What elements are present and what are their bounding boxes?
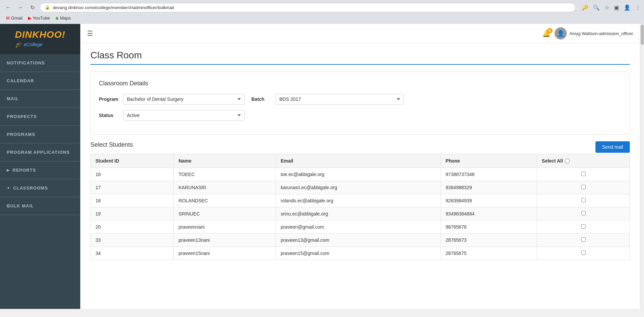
cell-name: ROLANDSEC — [174, 194, 276, 207]
students-table: Student ID Name Email Phone Select All — [90, 154, 630, 260]
classroom-details-card: Classroom Details Program Bachelor of De… — [90, 71, 630, 135]
cell-name: KARUNASRI — [174, 181, 276, 194]
row-checkbox[interactable] — [581, 224, 586, 229]
cell-email: praveen15@gmail.com — [276, 247, 441, 260]
cell-id: 16 — [91, 168, 174, 181]
hamburger-icon[interactable]: ☰ — [87, 30, 93, 37]
card-title: Classroom Details — [99, 80, 621, 87]
sidebar-item-reports[interactable]: ▶ REPORTS — [0, 162, 80, 179]
scrollbar[interactable] — [640, 24, 644, 309]
status-select[interactable]: Active — [123, 110, 245, 121]
bookmark-maps[interactable]: ◆ Maps — [55, 16, 71, 21]
cell-phone: 28765675 — [441, 247, 537, 260]
col-header-select-all: Select All — [537, 154, 630, 168]
page-body: Class Room Classroom Details Program Bac… — [80, 43, 640, 309]
batch-select[interactable]: BDS 2017 — [276, 94, 404, 105]
cell-id: 17 — [91, 181, 174, 194]
bookmark-gmail[interactable]: M Gmail — [6, 16, 23, 21]
menu-icon[interactable]: ⋮ — [635, 4, 641, 11]
table-row: 34 praveen15nani praveen15@gmail.com 287… — [91, 247, 630, 260]
row-checkbox[interactable] — [581, 237, 586, 242]
search-icon[interactable]: 🔍 — [593, 4, 600, 11]
cell-name: praveennani — [174, 221, 276, 234]
cell-phone: 97388737348 — [441, 168, 537, 181]
row-checkbox[interactable] — [581, 211, 586, 215]
cell-email: praveen@gmail.com — [276, 221, 441, 234]
program-label: Program — [99, 96, 119, 102]
bookmark-youtube[interactable]: ▶ YouTube — [28, 16, 50, 21]
cell-phone: 93498384884 — [441, 207, 537, 221]
table-row: 17 KARUNASRI karunasri.ec@abbigale.org 9… — [91, 181, 630, 194]
back-button[interactable]: ← — [3, 3, 13, 12]
select-all-checkbox[interactable] — [565, 159, 569, 163]
form-group-batch: Batch BDS 2017 — [251, 94, 404, 105]
classrooms-chevron-icon: ▼ — [7, 186, 10, 190]
address-bar[interactable]: 🔒 devang.dinkhoo.com/ecollege/member/#/a… — [40, 3, 576, 12]
cell-name: praveen15nani — [174, 247, 276, 260]
cell-phone: 9283984939 — [441, 194, 537, 207]
form-group-program: Program Bachelor of Dental Surgery — [99, 94, 245, 105]
logo-text: DINKHOO! — [15, 30, 65, 39]
browser-chrome: ← → ↻ 🔒 devang.dinkhoo.com/ecollege/memb… — [0, 0, 644, 24]
row-checkbox[interactable] — [581, 198, 586, 202]
calendar-label: CALENDAR — [7, 78, 34, 83]
cell-select — [537, 234, 630, 247]
security-icon: 🔒 — [45, 5, 50, 10]
bookmarks-bar: M Gmail ▶ YouTube ◆ Maps — [3, 14, 641, 22]
sidebar-item-classrooms[interactable]: ▼ CLASSROOMS — [0, 179, 80, 197]
password-icon[interactable]: 🔑 — [582, 4, 588, 11]
table-row: 18 ROLANDSEC rolands.ec@abbigale.org 928… — [91, 194, 630, 207]
classrooms-label: CLASSROOMS — [13, 185, 48, 191]
cell-select — [537, 168, 630, 181]
cell-select — [537, 181, 630, 194]
form-row-program-batch: Program Bachelor of Dental Surgery Batch… — [99, 94, 621, 105]
table-row: 19 SRINUEC srinu.ec@abbigale.org 9349838… — [91, 207, 630, 221]
cell-name: praveen13nani — [174, 234, 276, 247]
top-bar-right: 🔔 0 👤 Amyg Wattson-admission_officer — [542, 27, 633, 39]
sidebar-item-prospects[interactable]: PROSPECTS — [0, 108, 80, 125]
cell-email: toe.ec@abbigale.org — [276, 168, 441, 181]
send-mail-button[interactable]: Send mail — [595, 141, 630, 153]
cell-name: SRINUEC — [174, 207, 276, 221]
cell-phone: 28765673 — [441, 234, 537, 247]
notification-bell[interactable]: 🔔 0 — [542, 29, 551, 37]
bookmark-icon[interactable]: ☆ — [605, 4, 609, 11]
cell-email: srinu.ec@abbigale.org — [276, 207, 441, 221]
programs-label: PROGRAMS — [7, 132, 35, 137]
sidebar-item-mail[interactable]: MAIL — [0, 90, 80, 108]
table-row: 20 praveennani praveen@gmail.com 9876567… — [91, 221, 630, 234]
cell-id: 33 — [91, 234, 174, 247]
scrollbar-thumb[interactable] — [641, 25, 644, 45]
row-checkbox[interactable] — [581, 172, 586, 176]
students-tbody: 16 TOEEC toe.ec@abbigale.org 97388737348… — [91, 168, 630, 260]
cell-email: karunasri.ec@abbigale.org — [276, 181, 441, 194]
cell-id: 18 — [91, 194, 174, 207]
program-select[interactable]: Bachelor of Dental Surgery — [123, 94, 245, 105]
cell-id: 19 — [91, 207, 174, 221]
sidebar-item-program-applications[interactable]: PROGRAM APPLICATIONS — [0, 144, 80, 161]
sidebar-item-bulk-mail[interactable]: BULK MAIL — [0, 197, 80, 215]
row-checkbox[interactable] — [581, 185, 586, 189]
sidebar: DINKHOO! 🎓 eCollege NOTIFICATIONS CALEND… — [0, 24, 80, 309]
row-checkbox[interactable] — [581, 251, 586, 255]
split-view-icon[interactable]: ▣ — [614, 4, 619, 11]
table-row: 33 praveen13nani praveen13@gmail.com 287… — [91, 234, 630, 247]
select-all-label: Select All — [542, 158, 563, 164]
profile-icon[interactable]: 👤 — [624, 4, 631, 11]
forward-button[interactable]: → — [16, 3, 25, 12]
sidebar-item-notifications[interactable]: NOTIFICATIONS — [0, 54, 80, 72]
table-row: 16 TOEEC toe.ec@abbigale.org 97388737348 — [91, 168, 630, 181]
mail-label: MAIL — [7, 96, 19, 101]
sidebar-item-calendar[interactable]: CALENDAR — [0, 72, 80, 90]
user-info[interactable]: 👤 Amyg Wattson-admission_officer — [555, 27, 633, 39]
user-name: Amyg Wattson-admission_officer — [569, 31, 633, 36]
reload-button[interactable]: ↻ — [28, 3, 37, 12]
prospects-label: PROSPECTS — [7, 114, 37, 119]
sidebar-item-programs[interactable]: PROGRAMS — [0, 126, 80, 143]
form-row-status: Status Active — [99, 110, 621, 121]
cell-select — [537, 207, 630, 221]
program-applications-label: PROGRAM APPLICATIONS — [7, 150, 70, 155]
cell-phone: 98765678 — [441, 221, 537, 234]
col-header-email: Email — [276, 154, 441, 168]
app-wrapper: DINKHOO! 🎓 eCollege NOTIFICATIONS CALEND… — [0, 24, 644, 309]
